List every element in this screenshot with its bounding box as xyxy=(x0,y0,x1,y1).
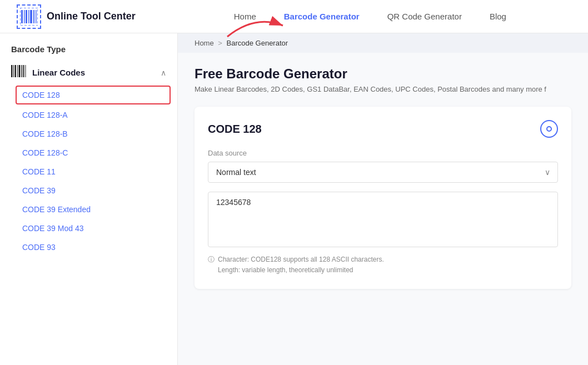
svg-rect-3 xyxy=(28,10,29,23)
breadcrumb-current: Barcode Generator xyxy=(227,39,288,47)
barcode-data-textarea[interactable]: 12345678 xyxy=(208,192,558,247)
breadcrumb: Home > Barcode Generator xyxy=(178,33,588,53)
sidebar-section-title: Barcode Type xyxy=(0,44,177,61)
svg-rect-11 xyxy=(15,65,17,77)
card-title: CODE 128 xyxy=(208,123,262,136)
svg-rect-0 xyxy=(21,10,23,23)
nav-blog[interactable]: Blog xyxy=(490,12,506,21)
svg-rect-16 xyxy=(26,65,26,77)
breadcrumb-home[interactable]: Home xyxy=(195,39,214,47)
info-text: ⓘ Character: CODE128 supports all 128 AS… xyxy=(208,254,558,276)
barcode-icon xyxy=(11,65,27,80)
info-line1: Character: CODE128 supports all 128 ASCI… xyxy=(218,256,384,263)
data-source-select[interactable]: Normal text Hex Base64 xyxy=(208,162,558,183)
settings-icon[interactable] xyxy=(540,120,558,138)
sidebar: Barcode Type Linear Codes xyxy=(0,33,178,365)
svg-rect-12 xyxy=(17,65,18,77)
nav: Home Barcode Generator QR Code Generator… xyxy=(169,12,571,21)
nav-barcode-generator[interactable]: Barcode Generator xyxy=(284,12,360,21)
svg-rect-2 xyxy=(26,10,27,23)
info-icon: ⓘ xyxy=(208,255,215,264)
sidebar-item-code128a[interactable]: CODE 128-A xyxy=(0,106,177,124)
data-source-select-wrapper: Normal text Hex Base64 ∨ xyxy=(208,162,558,183)
svg-rect-14 xyxy=(22,65,23,77)
svg-rect-10 xyxy=(13,65,14,77)
logo-area: Online Tool Center xyxy=(17,4,136,29)
sidebar-item-code39ext[interactable]: CODE 39 Extended xyxy=(0,200,177,219)
page-subtitle: Make Linear Barcodes, 2D Codes, GS1 Data… xyxy=(195,85,571,93)
header: Online Tool Center Home Barcode Generato… xyxy=(0,0,588,33)
info-line2: Length: variable length, theoretically u… xyxy=(218,266,353,274)
svg-rect-6 xyxy=(36,10,37,23)
sidebar-item-code128[interactable]: CODE 128 xyxy=(16,86,171,104)
linear-codes-label: Linear Codes xyxy=(32,68,85,77)
layout: Barcode Type Linear Codes xyxy=(0,33,588,365)
breadcrumb-separator: > xyxy=(218,39,222,47)
svg-rect-13 xyxy=(19,65,21,77)
info-lines: Character: CODE128 supports all 128 ASCI… xyxy=(218,254,384,276)
sidebar-item-code93[interactable]: CODE 93 xyxy=(0,238,177,257)
card-header: CODE 128 xyxy=(208,120,558,138)
main-content: Home > Barcode Generator Free Barcode Ge… xyxy=(178,33,588,365)
svg-rect-15 xyxy=(23,65,24,77)
sidebar-item-code128b[interactable]: CODE 128-B xyxy=(0,124,177,143)
nav-qr-code[interactable]: QR Code Generator xyxy=(387,12,462,21)
data-source-label: Data source xyxy=(208,149,558,157)
svg-rect-1 xyxy=(24,10,25,23)
sidebar-item-code39[interactable]: CODE 39 xyxy=(0,181,177,200)
svg-rect-5 xyxy=(33,10,34,23)
svg-rect-4 xyxy=(30,10,32,23)
page-title: Free Barcode Generator xyxy=(195,66,571,82)
chevron-up-icon: ∧ xyxy=(161,68,166,77)
settings-circle-inner xyxy=(546,126,552,132)
sidebar-item-code39mod43[interactable]: CODE 39 Mod 43 xyxy=(0,219,177,238)
group-header-left: Linear Codes xyxy=(11,65,85,80)
logo-text: Online Tool Center xyxy=(47,11,136,22)
barcode-card: CODE 128 Data source Normal text Hex Bas… xyxy=(195,107,571,289)
logo-icon xyxy=(17,4,41,29)
nav-home[interactable]: Home xyxy=(234,12,256,21)
sidebar-group-linear-codes[interactable]: Linear Codes ∧ xyxy=(0,61,177,84)
sidebar-item-code11[interactable]: CODE 11 xyxy=(0,162,177,181)
content-area: Free Barcode Generator Make Linear Barco… xyxy=(178,53,588,302)
sidebar-item-code128c[interactable]: CODE 128-C xyxy=(0,143,177,162)
svg-rect-9 xyxy=(11,65,13,77)
